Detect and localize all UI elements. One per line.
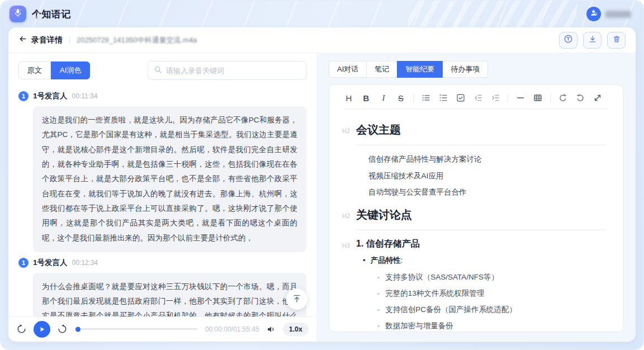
italic-icon[interactable]: I [378, 93, 389, 103]
speaker-timestamp[interactable]: 00:12:34 [72, 259, 98, 267]
user-avatar[interactable] [586, 7, 601, 21]
tab-待办事项[interactable]: 待办事项 [442, 61, 488, 78]
horizontal-rule-icon[interactable] [515, 93, 525, 103]
doc-heading: 1. 信创存储产品 [356, 237, 606, 250]
play-button[interactable] [34, 321, 50, 338]
doc-sub-list: 支持多协议（SAS/SATA/NFS等）完整的13种文件系统权限管理支持信创PC… [377, 269, 606, 332]
download-button[interactable] [583, 32, 602, 49]
divider [69, 36, 70, 44]
tab-笔记[interactable]: 笔记 [366, 61, 397, 78]
playback-speed-button[interactable]: 1.0x [283, 323, 309, 336]
doc-line: 自动驾驶与公安督查平台合作 [368, 184, 606, 201]
toolbar-separator [508, 94, 508, 102]
speaker-name: 1号发言人 [33, 91, 68, 101]
heading-level-tag: H3 [336, 237, 356, 249]
transcript-text: 为什么会推桌面呢？就是要应对这种三五万块钱以下的一个市场。嗯，而且那个我们最后发… [33, 273, 306, 316]
heading-level-tag: H2 [336, 122, 356, 134]
app-root: 个知语记 录音详情 20250729_141350中科通量交流.m4a [0, 0, 644, 350]
speaker-badge: 1 [18, 258, 29, 268]
recording-detail-bar: 录音详情 20250729_141350中科通量交流.m4a [8, 27, 636, 53]
app-logo [10, 6, 26, 22]
speaker-header: 11号发言人00:11:34 [18, 91, 306, 101]
back-button[interactable]: 录音详情 [18, 35, 63, 45]
tab-智能纪要[interactable]: 智能纪要 [397, 61, 443, 78]
forward-icon[interactable] [57, 324, 68, 334]
doc-heading: 会议主题 [356, 122, 606, 145]
toolbar-separator [413, 94, 414, 102]
redo-icon[interactable] [575, 93, 585, 103]
undo-icon[interactable] [558, 93, 568, 103]
header-decoration [407, 0, 578, 31]
toolbar-separator [550, 94, 551, 102]
search-input[interactable] [166, 67, 300, 75]
scroll-to-top-icon [292, 294, 302, 305]
doc-heading: 关键讨论点 [356, 207, 606, 230]
doc-sub-item: 支持多协议（SAS/SATA/NFS等） [377, 269, 606, 285]
doc-line: 信创存储产品特性与解决方案讨论 [368, 151, 606, 168]
doc-heading-row: H2关键讨论点 [336, 207, 606, 230]
replay-icon[interactable] [16, 324, 27, 334]
speaker-name: 1号发言人 [33, 258, 68, 268]
audio-player: 00:00:00/01:55:45 1.0x [8, 316, 316, 341]
progress-knob[interactable] [75, 327, 80, 332]
strikethrough-icon[interactable]: S [396, 93, 406, 103]
mode-tab-0[interactable]: 原文 [18, 62, 51, 79]
download-icon [588, 35, 597, 46]
user-name-redacted [605, 11, 631, 18]
tab-AI对话[interactable]: AI对话 [329, 61, 367, 78]
search-box[interactable] [148, 61, 306, 80]
bold-icon[interactable]: B [361, 93, 371, 103]
summary-document[interactable]: H2会议主题信创存储产品特性与解决方案讨论视频压缩技术及AI应用自动驾驶与公安督… [329, 109, 623, 332]
editor-toolbar: HBIS [344, 93, 608, 109]
mode-toggle: 原文AI润色 [18, 62, 90, 79]
summary-card: HBIS H2会议主题信创存储产品特性与解决方案讨论视频压缩技术及AI应用自动驾… [329, 84, 623, 332]
summary-panel: AI对话笔记智能纪要待办事项 HBIS H2会议主题信创存储产品特性与解决方案讨… [316, 53, 636, 341]
speaker-header: 11号发言人00:12:34 [18, 258, 306, 268]
page-title: 录音详情 [31, 35, 63, 45]
doc-line: 视频压缩技术及AI应用 [368, 168, 606, 185]
search-icon [154, 65, 162, 76]
mode-tab-1[interactable]: AI润色 [51, 62, 90, 79]
ordered-list-icon[interactable] [438, 93, 448, 103]
bullet-label: 产品特性 [371, 256, 401, 264]
text-circle-icon [564, 34, 573, 46]
bullet-list-icon[interactable] [421, 93, 431, 103]
doc-bullet-list: 产品特性:支持多协议（SAS/SATA/NFS等）完整的13种文件系统权限管理支… [363, 253, 606, 332]
doc-heading-row: H2会议主题 [336, 122, 606, 145]
transcript-text: 这边是我们的一些资质啦，就是这块儿。因为存储产品它不像PC和服务器，尤其PC，它… [33, 106, 306, 252]
table-icon[interactable] [533, 93, 543, 103]
fullscreen-icon[interactable] [593, 93, 603, 103]
transcript-message: 11号发言人00:12:34为什么会推桌面呢？就是要应对这种三五万块钱以下的一个… [18, 258, 306, 316]
doc-sub-item: 数据加密与增量备份 [377, 318, 606, 332]
microphone-icon [13, 8, 23, 20]
back-arrow-icon [18, 35, 27, 45]
time-display: 00:00:00/01:55:45 [205, 325, 259, 333]
heading-level-tag: H2 [336, 207, 356, 219]
speaker-timestamp[interactable]: 00:11:34 [72, 92, 98, 100]
app-header: 个知语记 [1, 1, 643, 27]
checklist-icon[interactable] [456, 93, 466, 103]
trash-icon [612, 35, 621, 46]
right-tabs: AI对话笔记智能纪要待办事项 [329, 61, 623, 78]
doc-sub-item: 支持信创PC备份（国产操作系统适配） [377, 301, 606, 318]
volume-icon[interactable] [266, 324, 276, 334]
doc-heading-row: H31. 信创存储产品 [336, 237, 606, 250]
main-card: 录音详情 20250729_141350中科通量交流.m4a [8, 27, 636, 342]
recording-file-name: 20250729_141350中科通量交流.m4a [77, 35, 197, 45]
transcript-panel: 原文AI润色 11号发言人00:11:34这边是我们的一些资质啦，就是这块儿。因… [8, 53, 316, 341]
delete-button[interactable] [607, 32, 626, 49]
indent-icon[interactable] [490, 93, 500, 103]
transcript-message: 11号发言人00:11:34这边是我们的一些资质啦，就是这块儿。因为存储产品它不… [18, 91, 306, 252]
doc-sub-item: 完整的13种文件系统权限管理 [377, 285, 606, 301]
transcript-list: 11号发言人00:11:34这边是我们的一些资质啦，就是这块儿。因为存储产品它不… [8, 86, 316, 316]
user-icon [589, 8, 598, 20]
app-title: 个知语记 [32, 8, 71, 21]
heading-icon[interactable]: H [344, 93, 354, 103]
transcribe-tool-button[interactable] [559, 32, 577, 49]
doc-bullet-item: 产品特性:支持多协议（SAS/SATA/NFS等）完整的13种文件系统权限管理支… [363, 253, 606, 332]
speaker-badge: 1 [18, 91, 29, 101]
scroll-to-top-button[interactable] [286, 288, 307, 310]
progress-slider[interactable] [75, 328, 197, 330]
doc-line-group: 信创存储产品特性与解决方案讨论视频压缩技术及AI应用自动驾驶与公安督查平台合作 [368, 151, 606, 201]
outdent-icon[interactable] [473, 93, 483, 103]
